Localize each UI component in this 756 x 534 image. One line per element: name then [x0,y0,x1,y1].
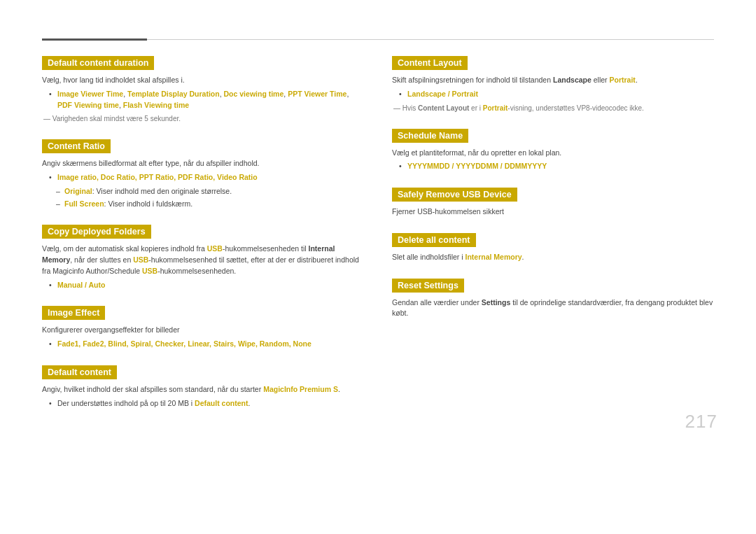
section-body-safely-remove-usb: Fjerner USB-hukommelsen sikkert [392,206,714,218]
highlight-text: Fade1, Fade2, Blind, Spiral, Checker, Li… [57,339,312,348]
highlight-text: Original [64,187,92,195]
sub-list-item: Original: Viser indhold med den original… [56,186,364,197]
top-dividers [42,38,714,41]
section-content-layout: Content Layout Skift afspilningsretninge… [392,56,714,113]
list-item: Fade1, Fade2, Blind, Spiral, Checker, Li… [49,339,364,350]
highlight-text: Full Screen [64,199,104,208]
highlight-text: MagicInfo Premium S [263,385,338,393]
section-body-copy-deployed-folders: Vælg, om der automatisk skal kopieres in… [42,244,364,290]
section-body-delete-all-content: Slet alle indholdsfiler i Internal Memor… [392,252,714,263]
section-body-default-content-duration: Vælg, hvor lang tid indholdet skal afspi… [42,75,364,124]
highlight-text: USB [142,267,158,275]
section-title-content-ratio: Content Ratio [42,139,111,153]
body-text: Skift afspilningsretningen for indhold t… [392,75,714,86]
section-reset-settings: Reset Settings Gendan alle værdier under… [392,279,714,320]
bold-text: Landscape [553,76,592,84]
section-body-image-effect: Konfigurerer overgangseffekter for bille… [42,325,364,350]
highlight-text: PDF Viewing time [57,101,119,109]
list-item: YYYYMMDD / YYYYDDMM / DDMMYYYY [399,161,714,172]
body-text: Vælg, om der automatisk skal kopieres in… [42,244,364,276]
section-delete-all-content: Delete all content Slet alle indholdsfil… [392,233,714,263]
bold-text: Content Layout [418,104,469,112]
section-title-default-content: Default content [42,365,117,379]
section-title-content-layout: Content Layout [392,56,468,70]
bullet-list: Landscape / Portrait [392,89,714,100]
sub-bullet-list: Original: Viser indhold med den original… [42,186,364,210]
section-title-copy-deployed-folders: Copy Deployed Folders [42,225,151,239]
section-title-reset-settings: Reset Settings [392,279,464,293]
highlight-text: USB [133,255,148,264]
highlight-text: PPT Viewer Time [288,90,346,98]
highlight-text: Manual / Auto [57,281,105,289]
section-content-ratio: Content Ratio Angiv skærmens billedforma… [42,139,364,209]
highlight-text: Template Display Duration [127,90,220,98]
section-default-content-duration: Default content duration Vælg, hvor lang… [42,56,364,124]
list-item: Der understøttes indhold på op til 20 MB… [49,398,364,409]
highlight-text: Doc viewing time [224,90,284,98]
highlight-text: Default content [195,399,248,407]
highlight-text: USB [207,244,223,253]
page-number: 217 [685,411,718,433]
section-default-content: Default content Angiv, hvilket indhold d… [42,365,364,409]
bullet-list: Fade1, Fade2, Blind, Spiral, Checker, Li… [42,339,364,350]
section-title-delete-all-content: Delete all content [392,233,476,247]
left-column: Default content duration Vælg, hvor lang… [42,56,364,424]
bold-text: Settings [482,298,510,307]
section-title-schedule-name: Schedule Name [392,129,468,143]
body-text: Vælg, hvor lang tid indholdet skal afspi… [42,75,364,86]
body-text: Fjerner USB-hukommelsen sikkert [392,206,714,218]
section-body-schedule-name: Vælg et plantiteformat, når du opretter … [392,148,714,173]
section-body-reset-settings: Gendan alle værdier under Settings til d… [392,297,714,320]
right-column: Content Layout Skift afspilningsretninge… [392,56,714,424]
highlight-text: Portrait [483,104,508,112]
body-text: Angiv skærmens billedformat alt efter ty… [42,158,364,169]
list-item: Landscape / Portrait [399,89,714,100]
section-copy-deployed-folders: Copy Deployed Folders Vælg, om der autom… [42,225,364,290]
highlight-text: Flash Viewing time [123,101,189,109]
highlight-text: Image Viewer Time [57,90,123,98]
bullet-list: YYYYMMDD / YYYYDDMM / DDMMYYYY [392,161,714,172]
list-item: Manual / Auto [49,280,364,291]
two-column-layout: Default content duration Vælg, hvor lang… [42,56,714,424]
section-safely-remove-usb: Safely Remove USB Device Fjerner USB-huk… [392,188,714,218]
section-title-image-effect: Image Effect [42,306,105,320]
section-body-default-content: Angiv, hvilket indhold der skal afspille… [42,384,364,409]
section-schedule-name: Schedule Name Vælg et plantiteformat, nå… [392,129,714,173]
note-text: Varigheden skal mindst være 5 sekunder. [42,113,364,124]
body-text: Gendan alle værdier under Settings til d… [392,297,714,320]
highlight-text: Landscape / Portrait [407,90,478,98]
highlight-text: Portrait [610,76,636,84]
section-body-content-layout: Skift afspilningsretningen for indhold t… [392,75,714,113]
section-body-content-ratio: Angiv skærmens billedformat alt efter ty… [42,158,364,209]
highlight-text: YYYYMMDD / YYYYDDMM / DDMMYYYY [407,162,547,170]
divider-dark [42,38,147,41]
bold-text: Internal Memory [42,244,335,264]
bullet-list: Der understøttes indhold på op til 20 MB… [42,398,364,409]
section-title-safely-remove-usb: Safely Remove USB Device [392,188,517,202]
bullet-list: Image Viewer Time, Template Display Dura… [42,89,364,111]
divider-light [147,39,714,40]
highlight-text: Internal Memory [465,253,522,261]
section-title-default-content-duration: Default content duration [42,56,154,70]
bullet-list: Manual / Auto [42,280,364,291]
body-text: Angiv, hvilket indhold der skal afspille… [42,384,364,395]
highlight-text: Image ratio, Doc Ratio, PPT Ratio, PDF R… [57,173,258,181]
bullet-list: Image ratio, Doc Ratio, PPT Ratio, PDF R… [42,172,364,183]
sub-list-item: Full Screen: Viser indhold i fuldskærm. [56,199,364,210]
list-item: Image Viewer Time, Template Display Dura… [49,89,364,111]
body-text: Slet alle indholdsfiler i Internal Memor… [392,252,714,263]
section-image-effect: Image Effect Konfigurerer overgangseffek… [42,306,364,350]
note-text: Hvis Content Layout er i Portrait-visnin… [392,103,714,113]
list-item: Image ratio, Doc Ratio, PPT Ratio, PDF R… [49,172,364,183]
page: Default content duration Vælg, hvor lang… [0,0,756,452]
body-text: Vælg et plantiteformat, når du opretter … [392,148,714,159]
body-text: Konfigurerer overgangseffekter for bille… [42,325,364,336]
